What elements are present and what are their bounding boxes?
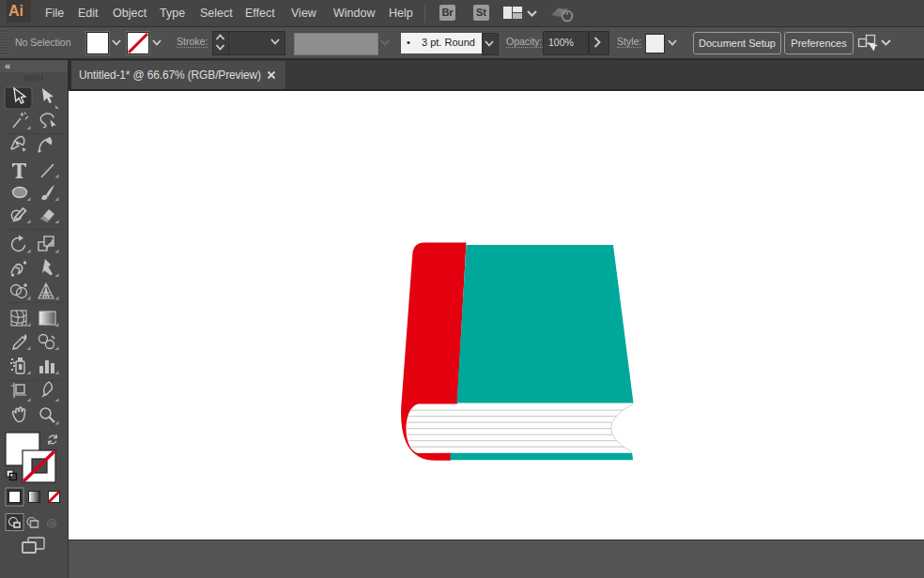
svg-text:«: « [5, 60, 10, 71]
